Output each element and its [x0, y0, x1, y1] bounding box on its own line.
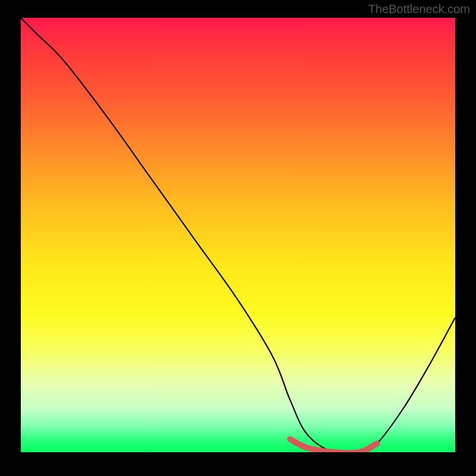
optimal-range-highlight [290, 439, 377, 452]
chart-svg [21, 18, 455, 452]
bottleneck-curve-line [21, 18, 455, 452]
attribution-text: TheBottleneck.com [368, 2, 470, 16]
chart-plot-area [21, 18, 455, 452]
